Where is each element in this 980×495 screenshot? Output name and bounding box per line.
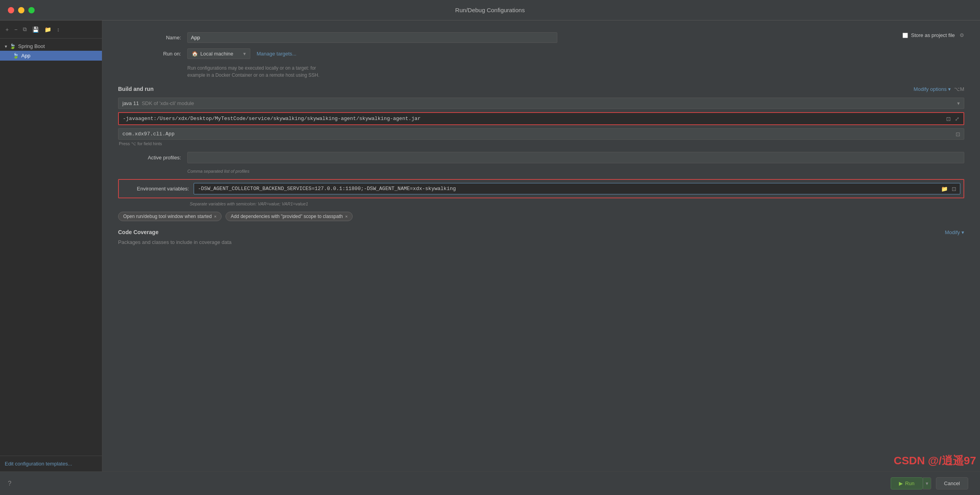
sdk-module-hint: SDK of 'xdx-cli' module: [141, 100, 194, 106]
active-profiles-row: Active profiles:: [118, 152, 964, 163]
help-icon[interactable]: ?: [8, 480, 11, 487]
env-vars-input[interactable]: [194, 183, 960, 194]
store-project-label: Store as project file: [911, 32, 955, 38]
main-class-wrapper: ⊡: [118, 128, 964, 140]
traffic-lights: [8, 7, 35, 13]
vm-options-input[interactable]: [119, 113, 963, 124]
store-project-area: Store as project file ⚙: [902, 32, 964, 38]
run-dropdown-button[interactable]: ▾: [923, 477, 931, 489]
build-run-header: Build and run Modify options ▾ ⌥M: [118, 86, 964, 92]
profiles-hint: Comma separated list of profiles: [118, 169, 964, 174]
sort-config-button[interactable]: ↕: [56, 26, 60, 33]
dialog-title: Run/Debug Configurations: [455, 7, 525, 13]
env-vars-row: Environment variables: 📁 ⊡: [122, 183, 960, 194]
main-class-browse-icon[interactable]: ⊡: [955, 130, 961, 138]
play-icon: ▶: [899, 480, 903, 486]
sdk-dropdown[interactable]: java 11 SDK of 'xdx-cli' module ▾: [118, 98, 964, 109]
sidebar-item-app[interactable]: 🍃 App: [0, 51, 102, 61]
build-run-title: Build and run: [118, 86, 153, 92]
env-vars-edit-icon[interactable]: ⊡: [951, 185, 957, 193]
save-config-button[interactable]: 💾: [31, 26, 40, 33]
vm-options-expand-icon[interactable]: ⤢: [954, 115, 960, 123]
vm-options-edit-icon[interactable]: ⊡: [945, 115, 952, 123]
env-vars-label: Environment variables:: [122, 186, 189, 192]
sidebar-footer: Edit configuration templates...: [0, 456, 102, 471]
edit-templates-link[interactable]: Edit configuration templates...: [5, 461, 72, 467]
manage-targets-link[interactable]: Manage targets...: [257, 51, 296, 57]
chevron-down-icon: ▾: [243, 51, 246, 57]
sidebar-group-springboot[interactable]: ▾ 🍃 Spring Boot: [0, 42, 102, 51]
modify-options-button[interactable]: Modify options ▾: [913, 86, 951, 92]
code-coverage-title: Code Coverage: [118, 229, 159, 235]
tag-label: Add dependencies with "provided" scope t…: [231, 214, 343, 219]
tag-add-dependencies: Add dependencies with "provided" scope t…: [226, 212, 353, 221]
app-icon: 🍃: [13, 53, 19, 59]
settings-gear-icon[interactable]: ⚙: [960, 32, 964, 38]
run-on-label: Run on:: [118, 51, 181, 57]
shortcut-hint: ⌥M: [954, 86, 964, 92]
tag-label: Open run/debug tool window when started: [123, 214, 212, 219]
chevron-down-icon: ▾: [5, 44, 7, 49]
run-on-row: Run on: 🏠 Local machine ▾ Manage targets…: [118, 48, 964, 59]
env-vars-input-wrapper: 📁 ⊡: [194, 183, 960, 194]
move-config-button[interactable]: 📁: [44, 26, 52, 33]
vm-options-wrapper: ⊡ ⤢: [118, 112, 964, 125]
name-input[interactable]: [187, 32, 557, 43]
springboot-group-icon: 🍃: [9, 43, 16, 49]
coverage-hint: Packages and classes to include in cover…: [118, 239, 231, 245]
active-profiles-label: Active profiles:: [118, 155, 181, 161]
add-config-button[interactable]: +: [5, 26, 9, 33]
tag-close-button[interactable]: ×: [214, 214, 216, 219]
code-coverage-header: Code Coverage Modify ▾: [118, 229, 964, 235]
vm-options-icons: ⊡ ⤢: [945, 115, 960, 123]
chevron-down-icon: ▾: [962, 229, 964, 235]
modify-button[interactable]: Modify ▾: [945, 229, 964, 235]
code-coverage-section: Code Coverage Modify ▾ Packages and clas…: [118, 229, 964, 245]
close-button[interactable]: [8, 7, 14, 13]
main-layout: + − ⧉ 💾 📁 ↕ ▾ 🍃 Spring Boot 🍃 App Edit c…: [0, 20, 980, 471]
minimize-button[interactable]: [18, 7, 24, 13]
maximize-button[interactable]: [28, 7, 35, 13]
tag-open-tool-window: Open run/debug tool window when started …: [118, 212, 222, 221]
content-area: Store as project file ⚙ Name: Run on: 🏠 …: [102, 20, 980, 471]
run-button[interactable]: ▶ Run: [891, 477, 923, 489]
run-button-group: ▶ Run ▾: [891, 477, 931, 489]
field-hint: Press ⌥ for field hints: [118, 141, 964, 146]
cancel-button[interactable]: Cancel: [936, 477, 968, 489]
env-vars-hint: Separate variables with semicolon: VAR=v…: [118, 201, 964, 206]
titlebar: Run/Debug Configurations: [0, 0, 980, 20]
tag-close-button[interactable]: ×: [345, 214, 348, 219]
bottom-bar: ▶ Run ▾ Cancel: [0, 471, 980, 495]
sidebar: + − ⧉ 💾 📁 ↕ ▾ 🍃 Spring Boot 🍃 App Edit c…: [0, 20, 102, 471]
run-on-wrapper: 🏠 Local machine ▾ Manage targets...: [187, 48, 296, 59]
sidebar-item-app-label: App: [21, 53, 30, 59]
sdk-version: java 11: [122, 100, 139, 106]
dropdown-arrow-icon: ▾: [957, 100, 960, 106]
active-profiles-input[interactable]: [187, 152, 964, 163]
store-as-project-checkbox[interactable]: [902, 33, 908, 38]
copy-config-button[interactable]: ⧉: [22, 25, 28, 33]
env-vars-icons: 📁 ⊡: [940, 185, 957, 193]
remove-config-button[interactable]: −: [13, 26, 18, 33]
sidebar-group-label: Spring Boot: [18, 43, 45, 49]
main-class-input[interactable]: [118, 128, 964, 140]
name-label: Name:: [118, 35, 181, 41]
tags-row: Open run/debug tool window when started …: [118, 212, 964, 221]
name-row: Name:: [118, 32, 964, 43]
run-on-value: Local machine: [200, 51, 233, 57]
env-vars-section: Environment variables: 📁 ⊡: [118, 179, 964, 198]
local-machine-icon: 🏠: [192, 51, 198, 57]
sidebar-toolbar: + − ⧉ 💾 📁 ↕: [0, 20, 102, 39]
env-vars-folder-icon[interactable]: 📁: [940, 185, 949, 193]
sidebar-section: ▾ 🍃 Spring Boot 🍃 App: [0, 39, 102, 64]
run-on-dropdown[interactable]: 🏠 Local machine ▾: [187, 48, 250, 59]
csdn-watermark: CSDN @/逍遥97: [894, 453, 976, 468]
run-on-hint: Run configurations may be executed local…: [187, 65, 964, 79]
chevron-down-icon: ▾: [948, 86, 951, 92]
modify-options-area: Modify options ▾ ⌥M: [913, 86, 964, 92]
